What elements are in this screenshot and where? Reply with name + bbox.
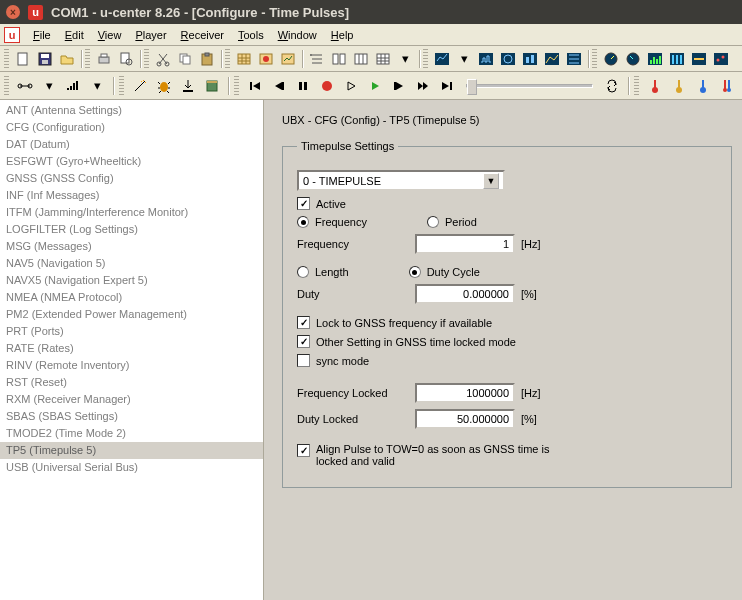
sidebar-item[interactable]: ITFM (Jamming/Interference Monitor) [0,204,263,221]
grid1-icon[interactable] [233,48,255,70]
chart5-icon[interactable] [541,48,563,70]
skip-end-icon[interactable] [436,75,458,97]
sidebar-item[interactable]: PM2 (Extended Power Management) [0,306,263,323]
play-outline-icon[interactable] [340,75,362,97]
app-icon-small[interactable]: u [4,27,20,43]
chart6-icon[interactable] [563,48,585,70]
sidebar-item[interactable]: INF (Inf Messages) [0,187,263,204]
bars3-icon[interactable] [688,48,710,70]
config-tree[interactable]: ANT (Antenna Settings)CFG (Configuration… [0,100,264,600]
play-icon[interactable] [364,75,386,97]
dropdown-connect-icon[interactable]: ▾ [38,75,60,97]
chart3-icon[interactable] [497,48,519,70]
connect-icon[interactable] [14,75,36,97]
print-preview-icon[interactable] [115,48,137,70]
paste-icon[interactable] [196,48,218,70]
sidebar-item[interactable]: SBAS (SBAS Settings) [0,408,263,425]
menu-file[interactable]: File [26,27,58,43]
sidebar-item[interactable]: USB (Universal Serial Bus) [0,459,263,476]
sidebar-item[interactable]: LOGFILTER (Log Settings) [0,221,263,238]
sidebar-item[interactable]: RST (Reset) [0,374,263,391]
grid3-icon[interactable] [277,48,299,70]
sync-mode-checkbox[interactable]: sync mode [297,354,369,367]
freq-locked-input[interactable]: 1000000 [415,383,515,403]
other-setting-checkbox[interactable]: ✓ Other Setting in GNSS time locked mode [297,335,516,348]
dropdown-icon[interactable]: ▾ [394,48,416,70]
sidebar-item[interactable]: NMEA (NMEA Protocol) [0,289,263,306]
sidebar-item[interactable]: GNSS (GNSS Config) [0,170,263,187]
active-checkbox[interactable]: ✓ Active [297,197,346,210]
period-radio[interactable]: Period [427,216,477,228]
chart4-icon[interactable] [519,48,541,70]
sidebar-item[interactable]: ANT (Antenna Settings) [0,102,263,119]
chart1-icon[interactable] [431,48,453,70]
new-file-icon[interactable] [12,48,34,70]
dropdown-signal-icon[interactable]: ▾ [86,75,108,97]
list1-icon[interactable] [306,48,328,70]
align-pulse-checkbox[interactable]: ✓ Align Pulse to TOW=0 as soon as GNSS t… [297,443,556,467]
frequency-radio[interactable]: Frequency [297,216,367,228]
save-icon[interactable] [34,48,56,70]
dial1-icon[interactable] [600,48,622,70]
therm-red-icon[interactable] [644,75,666,97]
chevron-down-icon[interactable]: ▼ [483,173,499,189]
book-icon[interactable] [201,75,223,97]
timepulse-select[interactable]: 0 - TIMEPULSE ▼ [297,170,505,191]
list2-icon[interactable] [328,48,350,70]
step-fwd-icon[interactable] [388,75,410,97]
sidebar-item[interactable]: NAV5 (Navigation 5) [0,255,263,272]
menu-receiver[interactable]: Receiver [174,27,231,43]
cut-icon[interactable] [152,48,174,70]
playback-slider[interactable] [466,84,593,88]
bug-icon[interactable] [153,75,175,97]
close-icon[interactable]: × [6,5,20,19]
sidebar-item[interactable]: ESFGWT (Gyro+Wheeltick) [0,153,263,170]
frequency-input[interactable]: 1 [415,234,515,254]
dutycycle-radio[interactable]: Duty Cycle [409,266,480,278]
sidebar-item[interactable]: NAVX5 (Navigation Expert 5) [0,272,263,289]
sidebar-item[interactable]: MSG (Messages) [0,238,263,255]
menu-player[interactable]: Player [128,27,173,43]
colgrid-icon[interactable] [350,48,372,70]
matrix-icon[interactable] [372,48,394,70]
menu-tools[interactable]: Tools [231,27,271,43]
step-back-icon[interactable] [268,75,290,97]
signal-icon[interactable] [62,75,84,97]
sidebar-item[interactable]: TP5 (Timepulse 5) [0,442,263,459]
wand-icon[interactable] [129,75,151,97]
duty-input[interactable]: 0.000000 [415,284,515,304]
menu-edit[interactable]: Edit [58,27,91,43]
sidebar-item[interactable]: RXM (Receiver Manager) [0,391,263,408]
duty-locked-input[interactable]: 50.000000 [415,409,515,429]
therm-blue-icon[interactable] [692,75,714,97]
pause-icon[interactable] [292,75,314,97]
fast-fwd-icon[interactable] [412,75,434,97]
bars1-icon[interactable] [644,48,666,70]
bars2-icon[interactable] [666,48,688,70]
menu-view[interactable]: View [91,27,129,43]
chart2-icon[interactable] [475,48,497,70]
sidebar-item[interactable]: CFG (Configuration) [0,119,263,136]
sidebar-item[interactable]: TMODE2 (Time Mode 2) [0,425,263,442]
print-icon[interactable] [93,48,115,70]
sidebar-item[interactable]: DAT (Datum) [0,136,263,153]
open-icon[interactable] [56,48,78,70]
grid2-icon[interactable] [255,48,277,70]
loop-icon[interactable] [601,75,623,97]
dropdown2-icon[interactable]: ▾ [453,48,475,70]
menu-window[interactable]: Window [271,27,324,43]
sidebar-item[interactable]: RINV (Remote Inventory) [0,357,263,374]
therm-yellow-icon[interactable] [668,75,690,97]
sidebar-item[interactable]: RATE (Rates) [0,340,263,357]
menu-help[interactable]: Help [324,27,361,43]
download-icon[interactable] [177,75,199,97]
skip-start-icon[interactable] [244,75,266,97]
sidebar-item[interactable]: PRT (Ports) [0,323,263,340]
copy-icon[interactable] [174,48,196,70]
therm-mix-icon[interactable] [716,75,738,97]
record-icon[interactable] [316,75,338,97]
length-radio[interactable]: Length [297,266,349,278]
lock-gnss-checkbox[interactable]: ✓ Lock to GNSS frequency if available [297,316,492,329]
bars4-icon[interactable] [710,48,732,70]
dial2-icon[interactable] [622,48,644,70]
